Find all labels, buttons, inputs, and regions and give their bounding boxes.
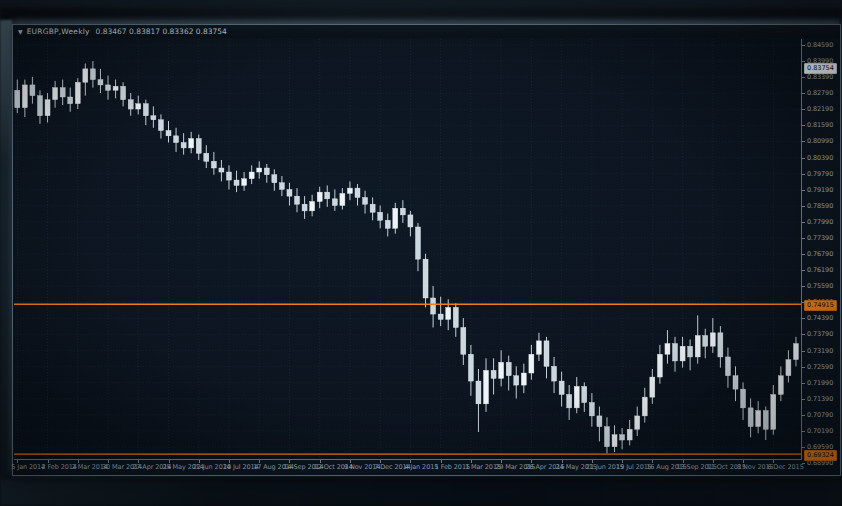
level-price-tag: 0.69324 — [804, 450, 837, 461]
candlestick — [226, 172, 231, 180]
candlestick — [181, 143, 186, 148]
price-axis-tick — [802, 125, 805, 126]
candlestick — [189, 139, 194, 148]
price-axis-tick — [802, 77, 805, 78]
candlestick — [317, 192, 322, 201]
chart-plot-area[interactable] — [14, 39, 802, 460]
candlestick — [53, 88, 58, 100]
candlestick — [158, 120, 163, 131]
candlestick — [499, 362, 504, 378]
price-axis-tick — [802, 141, 805, 142]
price-axis-label: 0.73190 — [807, 347, 833, 355]
candlestick — [400, 208, 405, 215]
price-axis-tick — [802, 383, 805, 384]
candlestick — [264, 168, 269, 175]
price-axis[interactable]: 0.845900.839900.833900.827900.821900.815… — [802, 39, 840, 475]
price-axis-tick — [802, 206, 805, 207]
candlestick — [506, 362, 511, 375]
price-axis-label: 0.73790 — [807, 330, 833, 338]
candlestick — [408, 215, 413, 227]
candlestick — [484, 370, 489, 404]
price-axis-label: 0.76790 — [807, 250, 833, 258]
price-axis-tick — [802, 270, 805, 271]
candlestick — [438, 314, 443, 319]
candlestick — [143, 104, 148, 116]
candlestick-chart-svg — [14, 39, 801, 459]
candlestick — [710, 333, 715, 346]
time-axis-label: 5 Jan 2014 — [11, 463, 45, 471]
candlestick — [15, 90, 20, 107]
candlestick — [279, 183, 284, 190]
price-axis-label: 0.83390 — [807, 73, 833, 81]
candlestick — [211, 161, 216, 168]
candlestick — [446, 307, 451, 319]
price-axis-tick — [802, 334, 805, 335]
candlestick — [544, 341, 549, 366]
candlestick — [665, 344, 670, 355]
candlestick — [793, 344, 798, 360]
candlestick — [642, 397, 647, 416]
price-axis-tick — [802, 158, 805, 159]
price-axis-tick — [802, 222, 805, 223]
price-axis-tick — [802, 45, 805, 46]
candlestick — [302, 204, 307, 211]
candlestick — [529, 354, 534, 373]
candlestick — [219, 168, 224, 172]
candlestick — [37, 96, 42, 116]
price-axis-label: 0.82190 — [807, 105, 833, 113]
price-axis-label: 0.78590 — [807, 202, 833, 210]
candlestick — [589, 403, 594, 416]
candlestick — [786, 360, 791, 376]
candlestick — [604, 427, 609, 447]
time-axis-label: 6 Dec 2015 — [767, 463, 803, 471]
current-price-tag: 0.83754 — [804, 63, 837, 74]
collapse-arrow-icon[interactable]: ▼ — [18, 25, 23, 38]
candlestick — [567, 394, 572, 407]
candlestick — [476, 381, 481, 404]
candlestick — [423, 259, 428, 298]
screen-background: ▼EURGBP,Weekly0.83467 0.83817 0.83362 0.… — [0, 0, 842, 506]
candlestick — [733, 376, 738, 389]
candlestick — [332, 199, 337, 206]
candlestick — [45, 100, 50, 116]
candlestick — [151, 116, 156, 120]
candlestick — [657, 354, 662, 377]
candlestick — [272, 175, 277, 183]
price-axis-tick — [802, 190, 805, 191]
candlestick — [453, 307, 458, 327]
candlestick — [763, 411, 768, 430]
candlestick — [325, 192, 330, 199]
price-axis-label: 0.70790 — [807, 411, 833, 419]
candlestick — [378, 212, 383, 220]
price-axis-tick — [802, 174, 805, 175]
candlestick — [521, 373, 526, 385]
candlestick — [771, 394, 776, 429]
price-axis-label: 0.72590 — [807, 363, 833, 371]
time-axis-label: 4 Jan 2015 — [404, 463, 438, 471]
candlestick — [703, 336, 708, 347]
candlestick — [415, 227, 420, 259]
candlestick — [340, 193, 345, 205]
candlestick — [741, 389, 746, 408]
price-axis-label: 0.77390 — [807, 234, 833, 242]
candlestick — [30, 85, 35, 96]
candlestick — [468, 354, 473, 381]
candlestick — [98, 80, 103, 85]
candlestick — [680, 346, 685, 361]
time-axis[interactable]: 5 Jan 20142 Feb 20142 Mar 201430 Mar 201… — [14, 460, 801, 474]
backdrop-left-band — [0, 20, 12, 480]
candlestick — [257, 168, 262, 172]
candlestick — [393, 208, 398, 228]
price-axis-tick — [802, 61, 805, 62]
candlestick — [514, 376, 519, 385]
candlestick — [121, 86, 126, 99]
candlestick — [559, 381, 564, 394]
candlestick — [68, 97, 73, 104]
price-axis-label: 0.84590 — [807, 41, 833, 49]
chart-symbol-period: EURGBP,Weekly — [27, 27, 90, 36]
candlestick — [113, 86, 118, 90]
price-axis-label: 0.79790 — [807, 170, 833, 178]
price-axis-tick — [802, 238, 805, 239]
candlestick — [60, 88, 65, 97]
price-axis-label: 0.81590 — [807, 121, 833, 129]
